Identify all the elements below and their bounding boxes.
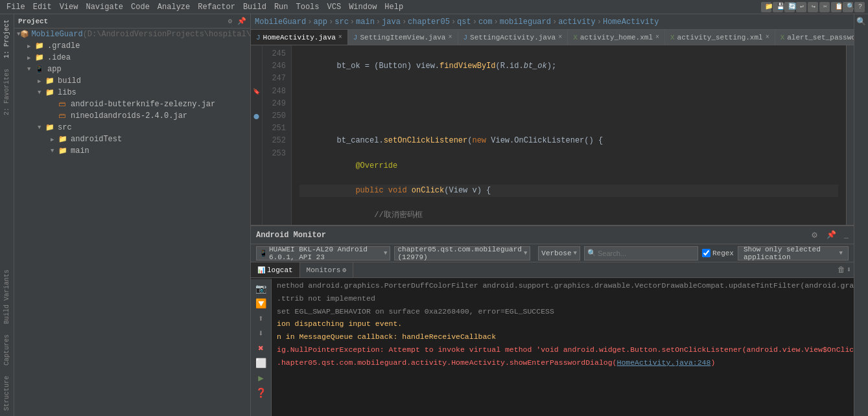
side-tab-favorites[interactable]: 2: Favorites [2, 64, 12, 121]
regex-checkbox-container[interactable]: Regex [702, 249, 734, 257]
breadcrumb-java[interactable]: java [382, 17, 401, 27]
breadcrumb-mobileguard2[interactable]: mobileguard [500, 17, 551, 27]
breadcrumb-mobileguard[interactable]: MobileGuard [255, 17, 306, 27]
toolbar-help-icon[interactable]: ? [854, 2, 865, 12]
project-pin-icon[interactable]: 📌 [237, 17, 246, 25]
tree-label-app: app [47, 65, 62, 74]
toolbar-find-icon[interactable]: 🔍 [843, 2, 853, 12]
breadcrumb-app[interactable]: app [313, 17, 327, 27]
toolbar-cut-icon[interactable]: ✂ [819, 2, 830, 12]
monitors-settings-icon[interactable]: ⚙ [342, 266, 346, 274]
tab-settingitemview-close[interactable]: × [448, 34, 452, 41]
log-action-filter[interactable]: 🔽 [254, 297, 268, 310]
log-action-stop[interactable]: ⬜ [254, 356, 268, 370]
menu-code[interactable]: Code [127, 3, 154, 12]
tree-root[interactable]: ▼ 📦 MobileGuard (D:\AndroidVersionProjec… [14, 29, 250, 40]
tree-item-butterknife[interactable]: ▶ 🗃 android-butterknife-zelezny.jar [14, 98, 250, 110]
breadcrumb-homeactivity[interactable]: HomeActivity [603, 17, 659, 27]
logcat-label: logcat [267, 266, 293, 274]
breadcrumb-main[interactable]: main [356, 17, 375, 27]
tab-homeactivity[interactable]: J HomeActivity.java × [251, 30, 348, 45]
log-action-run[interactable]: ▶ [257, 371, 264, 385]
code-editor[interactable]: 🔖 ⬤ 245 246 247 248 249 250 251 252 [251, 45, 854, 225]
log-action-question[interactable]: ❓ [254, 386, 268, 400]
tree-item-src[interactable]: ▼ 📁 src [14, 122, 250, 133]
menu-window[interactable]: Window [345, 3, 381, 12]
log-action-down[interactable]: ⬇ [257, 327, 264, 340]
verbose-selector[interactable]: Verbose ▼ [538, 246, 580, 260]
log-action-up[interactable]: ⬆ [257, 312, 264, 325]
tab-settingactivity-close[interactable]: × [558, 34, 562, 41]
tree-item-build[interactable]: ▶ 📁 build [14, 75, 250, 87]
side-tab-project[interactable]: 1: Project [2, 14, 12, 64]
monitor-minimize-icon[interactable]: _ [844, 231, 849, 240]
project-label: Project [18, 17, 48, 25]
breadcrumb-src[interactable]: src [334, 17, 349, 27]
code-content[interactable]: bt_ok = (Button) view.findViewById(R.id.… [292, 45, 846, 225]
tree-item-idea[interactable]: ▶ 📁 .idea [14, 52, 250, 64]
jar-icon-butterknife: 🗃 [58, 100, 69, 109]
tab-activity-home-xml[interactable]: X activity_home.xml × [568, 30, 665, 45]
device-selector[interactable]: 📱 HUAWEI BKL-AL20 Android 6.0.1, API 23 … [256, 246, 390, 260]
tab-activity-home-close[interactable]: × [655, 34, 659, 41]
process-dropdown-icon[interactable]: ▼ [524, 250, 527, 257]
monitor-tabs: 📊 logcat Monitors ⚙ 🗑 ⬇ [251, 262, 854, 278]
project-gear-icon[interactable]: ⚙ [228, 17, 232, 25]
editor-scrollbar[interactable] [846, 45, 854, 225]
side-tab-structure[interactable]: Structure [2, 371, 12, 416]
log-search-input[interactable] [598, 249, 695, 257]
toolbar-save-icon[interactable]: 💾 [773, 2, 783, 12]
tree-item-libs[interactable]: ▼ 📁 libs [14, 87, 250, 98]
log-link-homeactivity[interactable]: HomeActivity.java:248 [617, 358, 711, 367]
log-action-close-red[interactable]: ✖ [257, 341, 264, 355]
menu-analyze[interactable]: Analyze [154, 3, 194, 12]
log-action-camera[interactable]: 📷 [254, 282, 268, 295]
tree-item-app[interactable]: ▼ 📱 app [14, 64, 250, 75]
tab-homeactivity-close[interactable]: × [338, 34, 342, 41]
verbose-dropdown-icon[interactable]: ▼ [574, 250, 577, 257]
tree-item-gradle[interactable]: ▶ 📁 .gradle [14, 40, 250, 52]
tree-item-nineold[interactable]: ▶ 🗃 nineoldandroids-2.4.0.jar [14, 110, 250, 122]
tree-item-main[interactable]: ▼ 📁 main [14, 145, 250, 157]
menu-run[interactable]: Run [270, 3, 292, 12]
log-content[interactable]: nethod android.graphics.PorterDuffColorF… [272, 278, 854, 416]
monitor-tab-logcat[interactable]: 📊 logcat [251, 262, 300, 277]
menu-file[interactable]: File [3, 3, 29, 12]
monitor-settings-icon[interactable]: ⚙ [812, 229, 817, 240]
toolbar-undo-icon[interactable]: ↩ [796, 2, 806, 12]
breadcrumb-activity[interactable]: activity [558, 17, 596, 27]
device-dropdown-icon[interactable]: ▼ [384, 250, 387, 257]
breadcrumb-qst[interactable]: qst [457, 17, 471, 27]
menu-help[interactable]: Help [381, 3, 407, 12]
menu-edit[interactable]: Edit [29, 3, 56, 12]
show-only-selected-button[interactable]: Show only selected application ▼ [738, 246, 849, 260]
clear-log-icon[interactable]: 🗑 [838, 265, 845, 275]
breadcrumb-chapter05[interactable]: chapter05 [408, 17, 450, 27]
toolbar-redo-icon[interactable]: ↪ [808, 2, 818, 12]
tab-activity-setting-close[interactable]: × [766, 34, 769, 41]
process-selector[interactable]: chapter05.qst.com.mobileguard (12979) ▼ [394, 246, 530, 260]
menu-view[interactable]: View [56, 3, 82, 12]
menu-navigate[interactable]: Navigate [82, 3, 127, 12]
side-tab-captures[interactable]: Captures [2, 329, 12, 371]
scroll-end-icon[interactable]: ⬇ [847, 265, 851, 275]
menu-refactor[interactable]: Refactor [194, 3, 239, 12]
menu-vcs[interactable]: VCS [323, 3, 346, 12]
tree-item-androidtest[interactable]: ▶ 📁 androidTest [14, 133, 250, 145]
toolbar-new-icon[interactable]: 📁 [761, 2, 771, 12]
tab-settingactivity[interactable]: J SettingActivity.java × [458, 30, 569, 45]
right-strip-search-icon[interactable]: 🔍 [856, 14, 866, 29]
breadcrumb-com[interactable]: com [478, 17, 493, 27]
side-tab-build-variants[interactable]: Build Variants [2, 264, 12, 329]
tab-settingitemview[interactable]: J SettingItemView.java × [348, 30, 458, 45]
tab-activity-setting-xml[interactable]: X activity_setting.xml × [665, 30, 775, 45]
monitor-tab-monitors[interactable]: Monitors ⚙ [300, 262, 354, 277]
menu-tools[interactable]: Tools [292, 3, 323, 12]
regex-checkbox[interactable] [702, 249, 710, 257]
menu-build[interactable]: Build [239, 3, 270, 12]
tab-alert-password-xml[interactable]: X alert_set_password.xml × [775, 30, 854, 45]
monitor-pin-icon[interactable]: 📌 [827, 230, 836, 240]
toolbar-sync-icon[interactable]: 🔄 [784, 2, 795, 12]
show-selected-dropdown-icon[interactable]: ▼ [839, 250, 843, 257]
toolbar-copy-icon[interactable]: 📋 [831, 2, 841, 12]
